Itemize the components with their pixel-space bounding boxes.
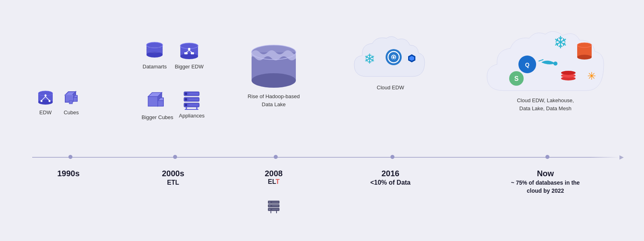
svg-point-28 [188,48,190,50]
svg-text:✳: ✳ [587,70,596,82]
bigger-cubes-label: Bigger Cubes [142,114,173,120]
era-dot-2000s [173,155,177,159]
svg-point-59 [269,205,270,206]
era-1990s-icons: EDW [36,89,80,115]
svg-rect-31 [184,52,188,54]
svg-point-2 [38,100,53,105]
svg-point-26 [180,54,198,59]
svg-point-60 [269,209,270,210]
svg-text:S: S [514,75,519,82]
svg-text:Q: Q [392,55,395,60]
era-2000s: Datamarts Bigger EDW [121,0,225,241]
svg-rect-15 [73,97,77,101]
datamarts-icon-item: Datamarts [142,40,167,70]
svg-text:❄: ❄ [553,33,568,52]
era-2000s-sublabel: ETL [121,179,225,186]
hadoop-icon [244,40,304,97]
svg-point-80 [553,62,557,66]
cubes-label: Cubes [64,109,79,115]
era-2008-sublabel: ELT [233,178,314,185]
hadoop-server-small-icon [266,199,281,214]
svg-text:Q: Q [525,62,530,68]
timeline-container: EDW [0,0,644,241]
svg-rect-40 [185,93,187,95]
era-2008-label: 2008 ELT [233,169,314,185]
datamarts-icon [145,40,164,61]
svg-point-58 [269,202,270,203]
era-dot-1990s [68,155,72,159]
cloud-now-shape: ❄ Q S ✳ [483,16,608,97]
cloud-edw-shape: ❄ Q [350,32,431,84]
cloud-now-container: ❄ Q S ✳ [483,16,608,112]
svg-rect-36 [158,101,163,106]
svg-point-85 [561,71,576,75]
elt-t: T [276,178,280,185]
era-now-label: Now ~ 75% of databases in thecloud by 20… [471,169,620,195]
cloud-now-label: Cloud EDW, Lakehouse,Data Lake, Data Mes… [483,97,608,112]
svg-rect-32 [191,52,194,54]
era-2000s-year: 2000s [121,169,225,178]
svg-point-8 [49,100,51,102]
appliances-label: Appliances [179,113,205,119]
svg-point-53 [252,73,296,88]
cloud-edw-container: ❄ Q Cloud EDW [350,32,431,91]
cloud-edw-label: Cloud EDW [350,84,431,91]
era-2016-year: 2016 [342,169,439,178]
bigger-edw-icon [179,40,200,61]
cubes-icon-item: Cubes [62,89,80,115]
hadoop-server-icon [266,199,281,214]
hadoop-label: Rise of Hadoop-basedData Lake [244,93,304,108]
datamarts-label: Datamarts [142,64,167,70]
era-2016: ❄ Q Cloud EDW 2016 <10% of Data [342,0,439,241]
bigger-cubes-icon-item: Bigger Cubes [142,89,173,120]
era-1990s-year: 1990s [32,169,105,178]
appliances-icon-item: Appliances [179,89,205,120]
hadoop-icon-container: Rise of Hadoop-basedData Lake [244,40,304,108]
era-2008: Rise of Hadoop-basedData Lake 2008 [233,0,314,241]
cubes-icon [62,89,80,107]
edw-icon-item: EDW [36,89,55,115]
svg-point-9 [45,95,47,97]
bigger-edw-label: Bigger EDW [175,64,204,70]
elt-el: EL [268,178,275,185]
bigger-edw-icon-item: Bigger EDW [175,40,204,70]
era-2016-sublabel: <10% of Data [342,179,439,186]
svg-text:❄: ❄ [364,51,375,66]
svg-rect-43 [185,98,187,101]
era-now-year: Now [471,169,620,178]
era-now-sublabel: ~ 75% of databases in thecloud by 2022 [471,179,620,195]
svg-rect-18 [69,101,72,104]
era-1990s: EDW [32,0,105,241]
era-2000s-label: 2000s ETL [121,169,225,186]
edw-icon [36,89,55,107]
appliances-icon [181,89,202,110]
era-2000s-bottom-icons: Bigger Cubes [121,89,225,120]
svg-rect-33 [148,97,158,106]
svg-point-7 [41,100,43,102]
era-2008-year: 2008 [233,169,314,178]
era-dot-2016 [390,155,394,159]
era-dot-now [545,155,549,159]
era-1990s-label: 1990s [32,169,105,178]
era-dot-2008 [274,155,278,159]
edw-label: EDW [39,109,52,115]
svg-point-76 [577,55,592,60]
bigger-cubes-icon [146,89,169,112]
era-now: ❄ Q S ✳ [471,0,620,241]
svg-rect-46 [185,104,187,106]
era-2000s-top-icons: Datamarts Bigger EDW [121,40,225,70]
era-2016-label: 2016 <10% of Data [342,169,439,186]
